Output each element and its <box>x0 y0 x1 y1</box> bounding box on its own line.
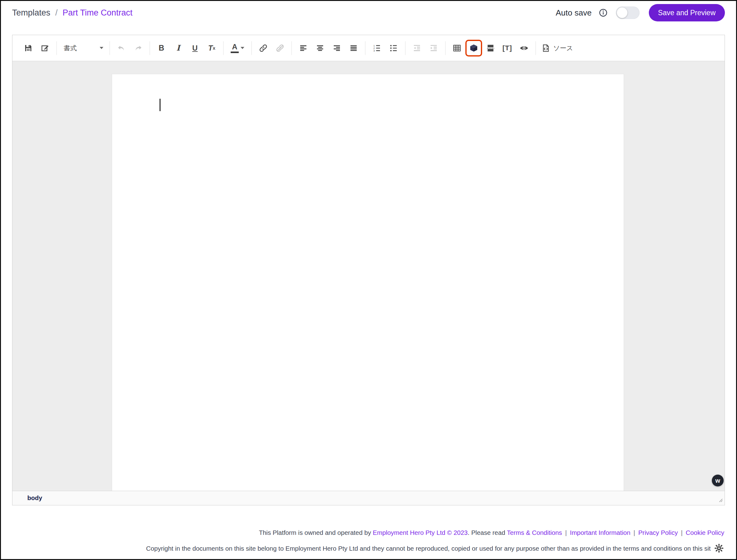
italic-button[interactable]: I <box>170 40 187 56</box>
format-dropdown-label: 書式 <box>64 44 77 52</box>
bulleted-list-button[interactable] <box>385 40 402 56</box>
toolbar-separator <box>251 41 252 55</box>
outdent-button[interactable] <box>409 40 425 56</box>
undo-button[interactable] <box>113 40 130 56</box>
insert-placeholder-button[interactable] <box>465 40 482 56</box>
format-dropdown[interactable]: 書式 <box>60 41 106 56</box>
bracket-t-icon: [T] <box>502 45 512 52</box>
breadcrumb-current-page: Part Time Contract <box>63 8 133 18</box>
align-center-icon <box>315 43 325 53</box>
copyright-text: Copyright in the documents on this site … <box>146 545 711 552</box>
align-right-icon <box>332 43 341 53</box>
indent-icon <box>429 43 438 53</box>
source-code-icon <box>541 43 551 53</box>
align-justify-button[interactable] <box>345 40 362 56</box>
autosave-toggle[interactable] <box>616 7 640 19</box>
source-label: ソース <box>553 44 573 52</box>
bulleted-list-icon <box>389 43 398 53</box>
resize-handle-icon[interactable] <box>717 497 724 504</box>
insert-placeholder-cube-icon <box>469 43 478 53</box>
link-icon <box>259 43 268 53</box>
italic-icon: I <box>176 44 180 52</box>
remove-format-icon: T <box>208 44 213 52</box>
app-root: { "colors": { "accent": "#6d1ed3", "link… <box>0 0 737 560</box>
toolbar-separator <box>150 41 150 55</box>
text-color-button[interactable]: A <box>227 40 248 56</box>
title-field-button[interactable]: [T] <box>499 40 516 56</box>
chevron-down-icon <box>100 47 103 49</box>
footer-text: . Please read <box>468 529 507 536</box>
numbered-list-button[interactable]: 123 <box>369 40 385 56</box>
footer: This Platform is owned and operated by E… <box>1 529 736 555</box>
editor-status-bar: body <box>12 491 725 505</box>
preview-button[interactable] <box>516 40 532 56</box>
terms-link[interactable]: Terms & Conditions <box>507 529 562 536</box>
footer-text: This Platform is owned and operated by <box>259 529 373 536</box>
header-actions: Auto save Save and Preview <box>556 4 725 21</box>
footer-line1: This Platform is owned and operated by E… <box>94 529 724 536</box>
cookie-settings-gear-icon[interactable] <box>712 548 724 555</box>
chevron-down-icon <box>241 47 244 49</box>
breadcrumb-separator: / <box>55 8 58 18</box>
employment-hero-link[interactable]: Employment Hero Pty Ltd © 2023 <box>373 529 468 536</box>
save-button[interactable] <box>20 40 37 56</box>
align-left-button[interactable] <box>295 40 312 56</box>
footer-line2: Copyright in the documents on this site … <box>94 543 724 555</box>
breadcrumb-templates[interactable]: Templates <box>12 8 50 18</box>
redo-icon <box>133 43 143 53</box>
info-icon[interactable] <box>599 8 608 17</box>
insert-table-button[interactable] <box>449 40 465 56</box>
privacy-policy-link[interactable]: Privacy Policy <box>638 529 678 536</box>
footer-separator: | <box>681 529 682 536</box>
undo-icon <box>117 43 126 53</box>
align-center-button[interactable] <box>312 40 328 56</box>
top-bar: Templates / Part Time Contract Auto save… <box>1 1 736 25</box>
align-justify-icon <box>349 43 358 53</box>
remove-format-button[interactable]: Tx <box>203 40 220 56</box>
text-cursor <box>160 99 161 111</box>
indent-button[interactable] <box>425 40 442 56</box>
svg-text:3: 3 <box>373 49 375 52</box>
new-template-icon <box>40 43 50 53</box>
outdent-icon <box>412 43 422 53</box>
preview-eye-icon <box>519 43 529 53</box>
numbered-list-icon: 123 <box>372 43 382 53</box>
element-path-body[interactable]: body <box>27 495 42 502</box>
save-and-preview-button[interactable]: Save and Preview <box>649 4 725 21</box>
new-template-button[interactable] <box>37 40 53 56</box>
editor-page[interactable] <box>112 74 624 491</box>
page-break-icon <box>486 43 495 53</box>
text-color-icon: A <box>231 43 239 53</box>
editor-canvas <box>12 61 725 491</box>
toolbar-separator <box>405 41 405 55</box>
editor-toolbar: 書式 B I U Tx A <box>12 35 725 61</box>
bold-icon: B <box>159 44 164 52</box>
unlink-icon <box>275 43 285 53</box>
unlink-button[interactable] <box>272 40 288 56</box>
table-icon <box>452 43 462 53</box>
align-left-icon <box>299 43 308 53</box>
cookie-policy-link[interactable]: Cookie Policy <box>686 529 724 536</box>
footer-separator: | <box>634 529 635 536</box>
underline-button[interactable]: U <box>187 40 203 56</box>
link-button[interactable] <box>255 40 272 56</box>
source-button[interactable]: ソース <box>539 40 576 56</box>
footer-separator: | <box>565 529 567 536</box>
toolbar-separator <box>365 41 365 55</box>
autosave-toggle-knob <box>617 7 627 18</box>
rich-text-editor: 書式 B I U Tx A <box>12 35 725 505</box>
underline-icon: U <box>192 44 197 52</box>
floating-widget-button[interactable]: w <box>712 475 724 486</box>
autosave-label: Auto save <box>556 8 592 18</box>
toolbar-separator <box>110 41 110 55</box>
align-right-button[interactable] <box>328 40 345 56</box>
page-break-button[interactable] <box>482 40 499 56</box>
save-icon <box>24 43 33 53</box>
bold-button[interactable]: B <box>153 40 170 56</box>
toolbar-separator <box>223 41 224 55</box>
breadcrumb: Templates / Part Time Contract <box>12 8 133 18</box>
redo-button[interactable] <box>130 40 147 56</box>
important-information-link[interactable]: Important Information <box>570 529 631 536</box>
